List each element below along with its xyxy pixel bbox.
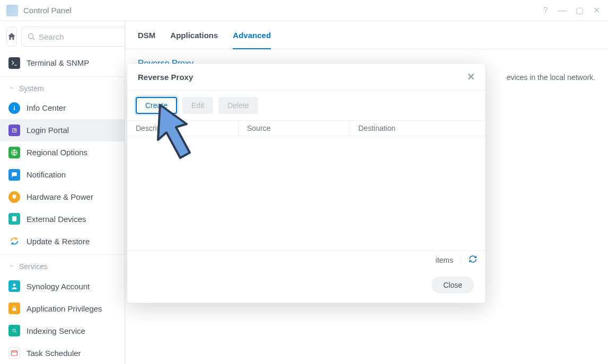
minimize-button[interactable]: —	[557, 6, 568, 15]
tab-dsm[interactable]: DSM	[138, 31, 155, 49]
search-input-wrapper[interactable]	[21, 26, 125, 47]
svg-rect-6	[12, 217, 16, 221]
close-window-button[interactable]: ✕	[591, 5, 602, 15]
sidebar-item-login-portal[interactable]: Login Portal	[0, 119, 125, 141]
sidebar-item-hardware-power[interactable]: Hardware & Power	[0, 186, 125, 208]
maximize-button[interactable]: ▢	[574, 5, 585, 15]
terminal-icon	[8, 57, 20, 69]
calendar-icon	[8, 347, 20, 359]
sidebar-item-label: Indexing Service	[27, 326, 85, 335]
tab-advanced[interactable]: Advanced	[233, 31, 271, 49]
svg-rect-8	[13, 308, 16, 311]
chevron-up-icon	[8, 84, 15, 93]
home-button[interactable]	[6, 26, 17, 47]
sidebar-group-services[interactable]: Services	[0, 254, 125, 275]
sidebar-item-regional-options[interactable]: Regional Options	[0, 141, 125, 164]
modal-status-bar: items	[127, 250, 486, 269]
svg-point-0	[29, 34, 33, 39]
delete-button: Delete	[218, 97, 258, 114]
app-icon	[6, 5, 18, 16]
reverse-proxy-modal: Reverse Proxy ✕ Create Edit Delete Descr…	[127, 64, 486, 303]
sidebar-item-label: Info Center	[27, 103, 66, 112]
table-header: Description Source Destination	[127, 120, 486, 136]
sidebar-item-external-devices[interactable]: External Devices	[0, 208, 125, 230]
svg-rect-11	[12, 351, 17, 356]
svg-point-9	[13, 329, 15, 332]
tabs: DSM Applications Advanced	[125, 21, 608, 49]
sidebar-item-label: Synology Account	[27, 282, 90, 291]
sidebar-item-info-center[interactable]: Info Center	[0, 97, 125, 119]
sidebar-item-label: Task Scheduler	[27, 349, 81, 358]
svg-rect-4	[14, 108, 15, 110]
sidebar-item-update-restore[interactable]: Update & Restore	[0, 230, 125, 252]
column-description[interactable]: Description	[127, 121, 239, 136]
sidebar-group-system[interactable]: System	[0, 76, 125, 97]
items-count: items	[436, 256, 453, 264]
sidebar-item-label: Login Portal	[27, 126, 69, 135]
sidebar-item-terminal-snmp[interactable]: Terminal & SNMP	[0, 52, 125, 74]
search-icon	[27, 32, 36, 41]
info-icon	[8, 102, 20, 114]
sidebar-item-label: Terminal & SNMP	[27, 58, 89, 67]
svg-point-3	[14, 106, 15, 107]
tab-applications[interactable]: Applications	[170, 31, 218, 49]
message-icon	[8, 169, 20, 181]
sidebar-item-label: Update & Restore	[27, 237, 90, 246]
sidebar: Terminal & SNMP System Info Center Login…	[0, 21, 125, 364]
modal-header: Reverse Proxy ✕	[127, 64, 486, 91]
chevron-up-icon	[8, 262, 15, 271]
sidebar-item-indexing-service[interactable]: Indexing Service	[0, 319, 125, 342]
sidebar-item-label: Hardware & Power	[27, 192, 93, 201]
table-body	[127, 136, 486, 250]
search-input[interactable]	[39, 32, 125, 41]
refresh-button[interactable]	[461, 255, 477, 265]
sidebar-item-label: External Devices	[27, 215, 86, 224]
titlebar: Control Panel ? — ▢ ✕	[0, 0, 608, 21]
svg-line-1	[33, 38, 34, 40]
close-button[interactable]: Close	[431, 277, 474, 294]
modal-title: Reverse Proxy	[138, 73, 193, 82]
sidebar-item-task-scheduler[interactable]: Task Scheduler	[0, 342, 125, 364]
refresh-icon	[469, 255, 477, 263]
sidebar-item-application-privileges[interactable]: Application Privileges	[0, 297, 125, 319]
device-icon	[8, 213, 20, 225]
svg-line-10	[15, 332, 17, 333]
lock-icon	[8, 303, 20, 314]
sidebar-item-label: Application Privileges	[27, 304, 102, 313]
sync-icon	[8, 235, 20, 247]
sidebar-item-synology-account[interactable]: Synology Account	[0, 275, 125, 297]
sidebar-item-label: Regional Options	[27, 148, 87, 157]
edit-button: Edit	[182, 97, 213, 114]
home-icon	[7, 32, 16, 41]
column-destination[interactable]: Destination	[350, 121, 486, 136]
sidebar-item-label: Notification	[27, 170, 66, 179]
search-square-icon	[8, 325, 20, 336]
modal-toolbar: Create Edit Delete	[127, 91, 486, 120]
modal-footer: Close	[127, 269, 486, 303]
bulb-icon	[8, 191, 20, 203]
svg-point-7	[13, 284, 16, 287]
modal-close-button[interactable]: ✕	[467, 71, 475, 83]
user-icon	[8, 280, 20, 292]
help-button[interactable]: ?	[540, 6, 551, 15]
sidebar-item-notification[interactable]: Notification	[0, 164, 125, 186]
arrow-square-icon	[8, 125, 20, 136]
globe-icon	[8, 147, 20, 158]
window-title: Control Panel	[23, 6, 72, 15]
create-button[interactable]: Create	[136, 97, 177, 114]
column-source[interactable]: Source	[239, 121, 350, 136]
